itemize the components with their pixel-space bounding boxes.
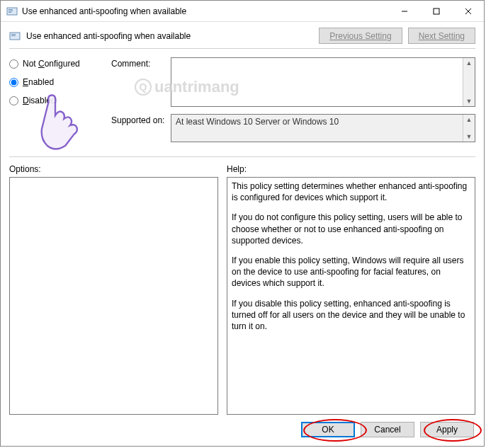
options-label: Options: (9, 164, 218, 174)
help-column: Help: This policy setting determines whe… (227, 164, 475, 415)
scroll-up-icon: ▲ (463, 115, 475, 125)
help-paragraph: If you enable this policy setting, Windo… (232, 255, 470, 289)
scrollbar[interactable]: ▲ ▼ (463, 58, 475, 106)
radio-enabled-input[interactable] (9, 78, 18, 87)
window-title: Use enhanced anti-spoofing when availabl… (22, 6, 388, 16)
svg-rect-10 (11, 35, 16, 36)
apply-button[interactable]: Apply (420, 422, 474, 437)
policy-icon (9, 30, 21, 42)
svg-rect-2 (9, 11, 13, 11)
policy-editor-window: Use enhanced anti-spoofing when availabl… (0, 0, 485, 447)
svg-rect-5 (434, 8, 439, 14)
scrollbar[interactable]: ▲ ▼ (463, 115, 475, 142)
comment-field-wrap: ▲ ▼ (171, 57, 475, 107)
state-radio-group: Not Configured Enabled Disabled (9, 57, 108, 105)
help-label: Help: (227, 164, 475, 174)
radio-disabled-label: Disabled (23, 96, 56, 105)
radio-disabled[interactable]: Disabled (9, 96, 108, 105)
minimize-button[interactable] (388, 1, 420, 21)
maximize-button[interactable] (420, 1, 452, 21)
close-icon (465, 8, 472, 15)
titlebar: Use enhanced anti-spoofing when availabl… (1, 1, 484, 22)
scroll-down-icon: ▼ (463, 96, 475, 106)
help-paragraph: If you disable this policy setting, enha… (232, 298, 470, 333)
supported-on-text: At least Windows 10 Server or Windows 10 (171, 115, 463, 142)
minimize-icon (401, 8, 408, 15)
maximize-icon (433, 8, 440, 15)
policy-icon (6, 6, 18, 17)
previous-setting-button[interactable]: Previous Setting (319, 28, 402, 44)
policy-title: Use enhanced anti-spoofing when availabl… (26, 31, 313, 41)
radio-disabled-input[interactable] (9, 96, 18, 105)
upper-settings: Not Configured Enabled Disabled Comment:… (1, 49, 484, 149)
close-button[interactable] (452, 1, 484, 21)
supported-field-wrap: At least Windows 10 Server or Windows 10… (171, 114, 475, 142)
svg-rect-1 (9, 9, 13, 10)
comment-label: Comment: (111, 57, 168, 69)
scroll-down-icon: ▼ (463, 132, 475, 142)
comment-textarea[interactable] (171, 58, 463, 106)
help-paragraph: If you do not configure this policy sett… (232, 212, 470, 246)
radio-enabled[interactable]: Enabled (9, 77, 108, 87)
help-box[interactable]: This policy setting determines whether e… (227, 177, 475, 415)
radio-not-configured[interactable]: Not Configured (9, 59, 108, 69)
svg-rect-3 (9, 12, 11, 13)
cancel-button[interactable]: Cancel (361, 422, 414, 437)
dialog-footer: OK Cancel Apply (1, 415, 484, 446)
options-column: Options: (9, 164, 218, 415)
help-paragraph: This policy setting determines whether e… (232, 180, 470, 203)
radio-enabled-label: Enabled (23, 77, 54, 87)
svg-rect-9 (11, 34, 16, 35)
options-box[interactable] (9, 177, 218, 415)
lower-panels: Options: Help: This policy setting deter… (1, 157, 484, 415)
next-setting-button[interactable]: Next Setting (408, 28, 475, 44)
scroll-up-icon: ▲ (463, 58, 475, 68)
header-row: Use enhanced anti-spoofing when availabl… (1, 22, 484, 48)
ok-button[interactable]: OK (301, 422, 355, 437)
radio-not-configured-label: Not Configured (23, 59, 80, 69)
supported-label: Supported on: (111, 114, 168, 125)
radio-not-configured-input[interactable] (9, 59, 18, 69)
